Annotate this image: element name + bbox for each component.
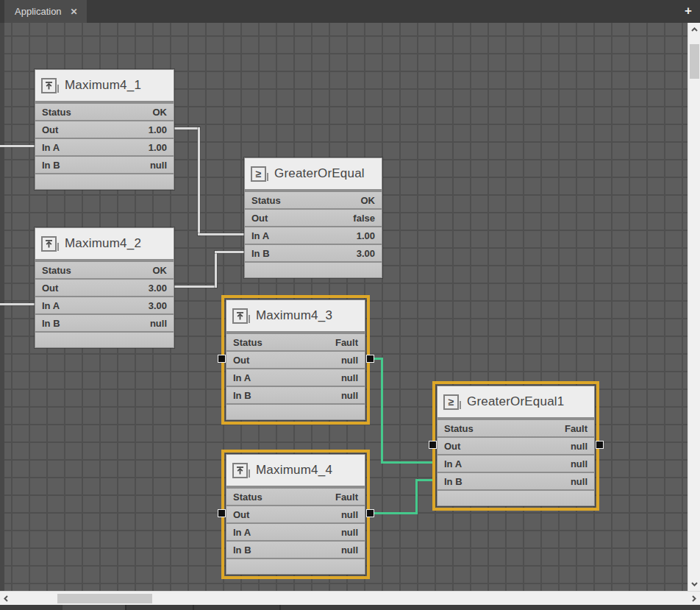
node-header: Maximum4_1 bbox=[35, 70, 174, 102]
bottom-panel-segment bbox=[63, 605, 125, 610]
node-row-status: StatusFault bbox=[438, 419, 594, 436]
node-maximum4-1[interactable]: Maximum4_1 StatusOK Out1.00 In A1.00 In … bbox=[35, 69, 174, 190]
node-row-out: Out3.00 bbox=[35, 278, 174, 296]
node-row-status: StatusFault bbox=[226, 333, 365, 350]
node-header: ≥ GreaterOrEqual bbox=[245, 158, 382, 191]
node-title: Maximum4_4 bbox=[256, 463, 332, 478]
node-title: Maximum4_3 bbox=[256, 308, 332, 323]
tab-application[interactable]: Application ✕ bbox=[4, 0, 87, 23]
port-goe1-out-left[interactable] bbox=[429, 441, 437, 449]
node-row-status: StatusOK bbox=[245, 191, 382, 208]
node-header: Maximum4_2 bbox=[35, 228, 174, 260]
node-footer bbox=[226, 558, 365, 574]
node-row-in-a: In A1.00 bbox=[35, 138, 174, 155]
wire-max4-goe1-seg3[interactable] bbox=[415, 479, 432, 481]
bottom-panel-divider bbox=[279, 605, 281, 610]
port-max3-out-left[interactable] bbox=[218, 355, 226, 363]
greater-or-equal-icon: ≥ bbox=[251, 166, 266, 182]
node-greaterorequal1[interactable]: ≥ GreaterOrEqual1 StatusFault Outnull In… bbox=[432, 381, 599, 511]
port-max4-out-right[interactable] bbox=[366, 509, 374, 517]
node-maximum4-3[interactable]: Maximum4_3 StatusFault Outnull In Anull … bbox=[221, 295, 370, 425]
node-row-out: Outnull bbox=[226, 350, 365, 368]
wire-max1-goe-seg2[interactable] bbox=[198, 127, 200, 235]
node-footer bbox=[35, 173, 174, 189]
wire-max2-goe-seg1[interactable] bbox=[174, 286, 217, 288]
node-row-status: StatusFault bbox=[226, 487, 365, 505]
wire-max4-goe1-seg2[interactable] bbox=[415, 479, 418, 514]
node-row-in-b: In Bnull bbox=[226, 540, 365, 558]
vertical-scroll-thumb[interactable] bbox=[690, 44, 699, 79]
node-footer bbox=[245, 261, 382, 277]
add-tab-button[interactable]: + bbox=[681, 1, 696, 21]
node-row-out: Outfalse bbox=[245, 208, 382, 226]
node-row-in-a: In A1.00 bbox=[245, 226, 382, 244]
node-footer bbox=[226, 403, 365, 419]
horizontal-scrollbar[interactable] bbox=[0, 591, 700, 605]
node-header: ≥ GreaterOrEqual1 bbox=[438, 386, 594, 419]
canvas-left-edge bbox=[0, 23, 4, 591]
node-row-in-a: In Anull bbox=[226, 368, 365, 386]
node-footer bbox=[438, 489, 594, 506]
tab-label: Application bbox=[15, 6, 62, 17]
node-footer bbox=[35, 331, 174, 347]
horizontal-scroll-thumb[interactable] bbox=[57, 594, 152, 603]
maximum-icon bbox=[41, 236, 57, 252]
node-title: Maximum4_2 bbox=[65, 236, 141, 251]
node-header: Maximum4_3 bbox=[226, 300, 365, 333]
wire-max1-goe-seg1[interactable] bbox=[174, 127, 200, 130]
node-maximum4-2[interactable]: Maximum4_2 StatusOK Out3.00 In A3.00 In … bbox=[35, 227, 174, 348]
node-row-in-a: In Anull bbox=[226, 522, 365, 540]
node-row-in-b: In Bnull bbox=[35, 155, 174, 173]
application-window: Application ✕ + bbox=[0, 0, 700, 610]
maximum-icon bbox=[232, 308, 248, 324]
maximum-icon bbox=[41, 78, 57, 93]
port-max3-out-right[interactable] bbox=[366, 355, 374, 363]
wire-max1-goe-seg3[interactable] bbox=[198, 233, 244, 235]
vertical-scrollbar[interactable] bbox=[688, 23, 700, 591]
node-row-out: Outnull bbox=[438, 436, 594, 454]
scroll-down-icon[interactable] bbox=[688, 577, 700, 591]
node-title: GreaterOrEqual bbox=[274, 166, 365, 181]
node-greaterorequal[interactable]: ≥ GreaterOrEqual StatusOK Outfalse In A1… bbox=[244, 157, 382, 278]
wire-max3-goe1-seg2[interactable] bbox=[381, 358, 383, 464]
diagram-canvas[interactable]: Maximum4_1 StatusOK Out1.00 In A1.00 In … bbox=[0, 23, 688, 591]
greater-or-equal-icon: ≥ bbox=[443, 394, 459, 410]
node-title: Maximum4_1 bbox=[65, 78, 141, 93]
maximum-icon bbox=[232, 463, 248, 478]
close-icon[interactable]: ✕ bbox=[71, 7, 78, 17]
node-row-in-b: In Bnull bbox=[35, 313, 174, 331]
wire-max2-goe-seg3[interactable] bbox=[215, 251, 244, 253]
scroll-up-icon[interactable] bbox=[688, 23, 700, 37]
bottom-panel-divider bbox=[193, 605, 194, 610]
wire-left-to-max2-ina[interactable] bbox=[0, 303, 35, 305]
bottom-panel-edge bbox=[0, 605, 700, 610]
node-row-in-b: In B3.00 bbox=[245, 244, 382, 261]
wire-max3-goe1-seg3[interactable] bbox=[381, 461, 432, 464]
port-goe1-out-right[interactable] bbox=[596, 441, 604, 449]
node-row-in-a: In Anull bbox=[438, 454, 594, 472]
node-maximum4-4[interactable]: Maximum4_4 StatusFault Outnull In Anull … bbox=[221, 450, 370, 579]
wire-max4-goe1-seg1[interactable] bbox=[370, 512, 418, 514]
node-header: Maximum4_4 bbox=[226, 455, 365, 487]
port-max4-out-left[interactable] bbox=[218, 509, 226, 517]
node-row-in-a: In A3.00 bbox=[35, 296, 174, 313]
scroll-left-icon[interactable] bbox=[0, 592, 12, 606]
node-row-status: StatusOK bbox=[35, 260, 174, 278]
node-row-out: Out1.00 bbox=[35, 120, 174, 138]
wire-max2-goe-seg2[interactable] bbox=[215, 251, 217, 288]
tab-bar: Application ✕ + bbox=[0, 0, 700, 23]
bottom-panel-divider bbox=[125, 605, 126, 610]
node-title: GreaterOrEqual1 bbox=[467, 394, 564, 409]
node-row-status: StatusOK bbox=[35, 102, 174, 120]
node-row-in-b: In Bnull bbox=[438, 472, 594, 489]
node-row-in-b: In Bnull bbox=[226, 386, 365, 403]
wire-left-to-max1-ina[interactable] bbox=[0, 145, 35, 147]
scroll-right-icon[interactable] bbox=[688, 592, 700, 606]
node-row-out: Outnull bbox=[226, 505, 365, 522]
